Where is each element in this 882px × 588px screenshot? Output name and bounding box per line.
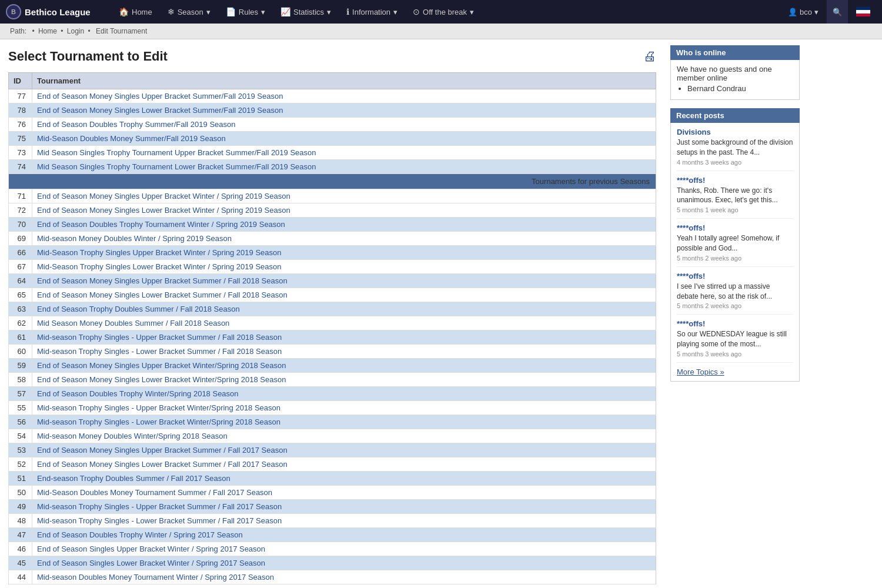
table-row[interactable]: 72End of Season Money Singles Lower Brac… — [9, 203, 656, 218]
table-row[interactable]: 71End of Season Money Singles Upper Brac… — [9, 189, 656, 203]
tournament-name[interactable]: End of Season Singles Upper Bracket Wint… — [32, 542, 656, 556]
tournament-name[interactable]: Mid-Season Trophy Singles Lower Bracket … — [32, 260, 656, 274]
nav-off-the-break[interactable]: ⊙ Off the break ▾ — [406, 0, 481, 24]
table-row[interactable]: 48Mid-season Trophy Singles - Lower Brac… — [9, 514, 656, 528]
language-selector[interactable] — [850, 0, 876, 24]
search-button[interactable]: 🔍 — [827, 0, 848, 24]
table-row[interactable]: 76End of Season Doubles Trophy Summer/Fa… — [9, 118, 656, 132]
tournament-name[interactable]: Mid-Season Doubles Money Summer/Fall 201… — [32, 132, 656, 146]
recent-post-title[interactable]: ****offs! — [677, 319, 793, 328]
tournament-id: 71 — [9, 189, 32, 203]
tournament-name[interactable]: End of Season Doubles Trophy Winter/Spri… — [32, 387, 656, 401]
tournament-name[interactable]: Mid-season Trophy Singles - Lower Bracke… — [32, 514, 656, 528]
tournament-name[interactable]: End of Season Doubles Trophy Summer/Fall… — [32, 118, 656, 132]
table-row[interactable]: 69Mid-season Money Doubles Winter / Spri… — [9, 232, 656, 246]
recent-post-title[interactable]: ****offs! — [677, 223, 793, 232]
site-logo[interactable]: B Bethico League — [6, 4, 100, 19]
table-row[interactable]: 75Mid-Season Doubles Money Summer/Fall 2… — [9, 132, 656, 146]
table-row[interactable]: 47End of Season Doubles Trophy Winter / … — [9, 528, 656, 542]
table-row[interactable]: 66Mid-Season Trophy Singles Upper Bracke… — [9, 246, 656, 260]
table-row[interactable]: 78End of Season Money Singles Lower Brac… — [9, 103, 656, 118]
table-row[interactable]: 74Mid Season Singles Trophy Tournament L… — [9, 160, 656, 174]
more-topics-link[interactable]: More Topics » — [677, 368, 793, 376]
tournament-id: 77 — [9, 89, 32, 103]
tournament-name[interactable]: End of Season Money Singles Lower Bracke… — [32, 457, 656, 472]
tournament-name[interactable]: End of Season Money Singles Upper Bracke… — [32, 189, 656, 203]
tournament-name[interactable]: Mid-season Trophy Singles - Upper Bracke… — [32, 401, 656, 415]
tournament-name[interactable]: End of Season Money Singles Upper Bracke… — [32, 274, 656, 288]
tournament-name[interactable]: Mid-Season Trophy Singles Upper Bracket … — [32, 246, 656, 260]
table-row[interactable]: 60Mid-season Trophy Singles - Lower Brac… — [9, 345, 656, 359]
table-row[interactable]: 62Mid Season Money Doubles Summer / Fall… — [9, 316, 656, 330]
print-button[interactable]: 🖨 — [643, 49, 656, 64]
tournament-name[interactable]: Mid-season Doubles Money Tournament Wint… — [32, 570, 656, 584]
recent-posts-content: DivisionsJust some background of the div… — [670, 123, 800, 382]
tournament-name[interactable]: Mid Season Singles Trophy Tournament Upp… — [32, 146, 656, 160]
table-row[interactable]: 67Mid-Season Trophy Singles Lower Bracke… — [9, 260, 656, 274]
recent-post-time: 5 months 2 weeks ago — [677, 302, 793, 309]
nav-home[interactable]: 🏠 Home — [112, 0, 159, 24]
table-row[interactable]: 55Mid-season Trophy Singles - Upper Brac… — [9, 401, 656, 415]
tournament-name[interactable]: Mid-season Money Doubles Winter/Spring 2… — [32, 429, 656, 443]
nav-statistics[interactable]: 📈 Statistics ▾ — [273, 0, 338, 24]
tournament-name[interactable]: Mid-season Trophy Singles - Upper Bracke… — [32, 500, 656, 514]
recent-post-title[interactable]: ****offs! — [677, 176, 793, 185]
tournament-name[interactable]: End of Season Money Singles Lower Bracke… — [32, 103, 656, 118]
tournament-id: 48 — [9, 514, 32, 528]
recent-post-time: 5 months 1 week ago — [677, 206, 793, 213]
breadcrumb-home[interactable]: Home — [38, 27, 57, 35]
table-row[interactable]: 53End of Season Money Singles Upper Brac… — [9, 443, 656, 457]
tournament-name[interactable]: Mid-season Money Doubles Winter / Spring… — [32, 232, 656, 246]
tournament-name[interactable]: End of Season Money Singles Lower Bracke… — [32, 373, 656, 387]
nav-season[interactable]: ❄ Season ▾ — [161, 0, 218, 24]
tournament-name[interactable]: Mid Season Money Doubles Summer / Fall 2… — [32, 316, 656, 330]
table-row[interactable]: 63End of Season Trophy Doubles Summer / … — [9, 302, 656, 316]
tournament-name[interactable]: Mid-Season Doubles Money Tournament Summ… — [32, 486, 656, 500]
recent-post-title[interactable]: ****offs! — [677, 272, 793, 280]
tournament-name[interactable]: Mid-season Trophy Singles - Lower Bracke… — [32, 345, 656, 359]
tournament-name[interactable]: Mid-season Trophy Singles - Lower Bracke… — [32, 415, 656, 429]
tournament-name[interactable]: End of Season Doubles Trophy Tournament … — [32, 218, 656, 232]
table-row[interactable]: 46End of Season Singles Upper Bracket Wi… — [9, 542, 656, 556]
recent-post: ****offs!I see I've stirred up a massive… — [677, 272, 793, 315]
tournament-name[interactable]: Mid-season Trophy Singles - Upper Bracke… — [32, 330, 656, 345]
table-row[interactable]: 70End of Season Doubles Trophy Tournamen… — [9, 218, 656, 232]
tournament-name[interactable]: End of Season Money Singles Upper Bracke… — [32, 443, 656, 457]
tournament-name[interactable]: Mid Season Singles Trophy Tournament Low… — [32, 160, 656, 174]
table-row[interactable]: 65End of Season Money Singles Lower Brac… — [9, 288, 656, 302]
table-row[interactable]: 45End of Season Singles Lower Bracket Wi… — [9, 556, 656, 570]
table-row[interactable]: 52End of Season Money Singles Lower Brac… — [9, 457, 656, 472]
recent-post: ****offs!Yeah I totally agree! Somehow, … — [677, 223, 793, 267]
tournament-name[interactable]: End of Season Doubles Trophy Winter / Sp… — [32, 528, 656, 542]
table-row[interactable]: 77End of Season Money Singles Upper Brac… — [9, 89, 656, 103]
recent-post-title[interactable]: Divisions — [677, 128, 793, 136]
table-row[interactable]: 50Mid-Season Doubles Money Tournament Su… — [9, 486, 656, 500]
table-row[interactable]: 64End of Season Money Singles Upper Brac… — [9, 274, 656, 288]
tournament-name[interactable]: End of Season Money Singles Upper Bracke… — [32, 89, 656, 103]
tournament-id: 74 — [9, 160, 32, 174]
tournament-name[interactable]: End of Season Trophy Doubles Summer / Fa… — [32, 302, 656, 316]
main-nav: B Bethico League 🏠 Home ❄ Season ▾ 📄 Rul… — [0, 0, 882, 24]
nav-rules[interactable]: 📄 Rules ▾ — [219, 0, 272, 24]
tournament-name[interactable]: End of Season Money Singles Upper Bracke… — [32, 359, 656, 373]
tournament-id: 76 — [9, 118, 32, 132]
table-row[interactable]: 59End of Season Money Singles Upper Brac… — [9, 359, 656, 373]
tournament-name[interactable]: End of Season Money Singles Lower Bracke… — [32, 288, 656, 302]
table-row[interactable]: 44Mid-season Doubles Money Tournament Wi… — [9, 570, 656, 584]
table-row[interactable]: 57End of Season Doubles Trophy Winter/Sp… — [9, 387, 656, 401]
table-row[interactable]: 49Mid-season Trophy Singles - Upper Brac… — [9, 500, 656, 514]
tournament-name[interactable]: End-season Trophy Doubles Summer / Fall … — [32, 472, 656, 486]
recent-post: ****offs!So our WEDNESDAY league is stil… — [677, 319, 793, 363]
col-header-id: ID — [9, 73, 32, 89]
table-row[interactable]: 56Mid-season Trophy Singles - Lower Brac… — [9, 415, 656, 429]
table-row[interactable]: 54Mid-season Money Doubles Winter/Spring… — [9, 429, 656, 443]
table-row[interactable]: 61Mid-season Trophy Singles - Upper Brac… — [9, 330, 656, 345]
user-menu[interactable]: 👤 bco ▾ — [782, 0, 824, 24]
table-row[interactable]: 51End-season Trophy Doubles Summer / Fal… — [9, 472, 656, 486]
nav-information[interactable]: ℹ Information ▾ — [339, 0, 405, 24]
table-row[interactable]: 58End of Season Money Singles Lower Brac… — [9, 373, 656, 387]
tournament-name[interactable]: End of Season Money Singles Lower Bracke… — [32, 203, 656, 218]
tournament-name[interactable]: End of Season Singles Lower Bracket Wint… — [32, 556, 656, 570]
breadcrumb-login[interactable]: Login — [67, 27, 84, 35]
table-row[interactable]: 73Mid Season Singles Trophy Tournament U… — [9, 146, 656, 160]
